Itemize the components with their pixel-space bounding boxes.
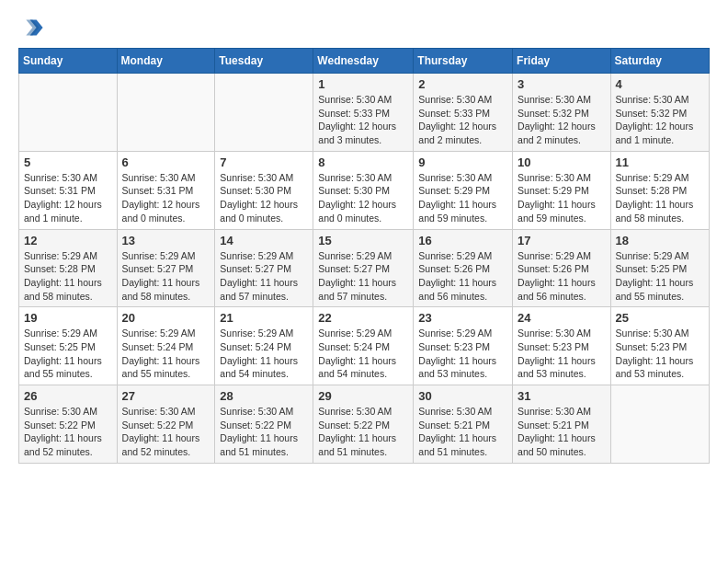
day-header-tuesday: Tuesday [215,49,313,74]
calendar-table: SundayMondayTuesdayWednesdayThursdayFrid… [18,48,710,464]
day-number: 10 [518,155,606,169]
day-cell: 23Sunrise: 5:29 AMSunset: 5:23 PMDayligh… [414,307,513,385]
day-number: 24 [518,311,606,325]
day-number: 8 [318,155,408,169]
day-cell: 15Sunrise: 5:29 AMSunset: 5:27 PMDayligh… [313,229,414,307]
day-info: Sunrise: 5:29 AMSunset: 5:26 PMDaylight:… [418,249,507,304]
day-number: 21 [220,311,308,325]
day-number: 18 [616,234,704,247]
day-cell [19,74,118,152]
day-number: 27 [122,389,210,403]
day-info: Sunrise: 5:30 AMSunset: 5:22 PMDaylight:… [122,405,210,459]
day-cell [215,74,313,152]
day-header-wednesday: Wednesday [313,49,414,74]
day-number: 3 [518,77,606,91]
day-number: 5 [24,155,112,169]
day-info: Sunrise: 5:29 AMSunset: 5:24 PMDaylight:… [220,327,308,381]
day-number: 22 [318,311,408,325]
day-header-friday: Friday [513,49,611,74]
page: SundayMondayTuesdayWednesdayThursdayFrid… [0,0,728,473]
day-cell: 6Sunrise: 5:30 AMSunset: 5:31 PMDaylight… [117,151,215,229]
day-cell: 13Sunrise: 5:29 AMSunset: 5:27 PMDayligh… [117,229,215,307]
day-cell: 9Sunrise: 5:30 AMSunset: 5:29 PMDaylight… [414,151,513,229]
day-cell: 19Sunrise: 5:29 AMSunset: 5:25 PMDayligh… [19,307,118,385]
day-info: Sunrise: 5:29 AMSunset: 5:25 PMDaylight:… [24,327,112,381]
day-number: 30 [418,389,507,403]
day-cell: 1Sunrise: 5:30 AMSunset: 5:33 PMDaylight… [313,74,414,152]
day-info: Sunrise: 5:29 AMSunset: 5:28 PMDaylight:… [616,171,704,225]
week-row-2: 5Sunrise: 5:30 AMSunset: 5:31 PMDaylight… [19,151,710,229]
day-cell: 24Sunrise: 5:30 AMSunset: 5:23 PMDayligh… [513,307,611,385]
week-row-3: 12Sunrise: 5:29 AMSunset: 5:28 PMDayligh… [19,229,710,307]
day-cell: 14Sunrise: 5:29 AMSunset: 5:27 PMDayligh… [215,229,313,307]
week-row-5: 26Sunrise: 5:30 AMSunset: 5:22 PMDayligh… [19,385,710,464]
day-cell: 4Sunrise: 5:30 AMSunset: 5:32 PMDaylight… [610,74,709,152]
day-number: 11 [616,155,704,169]
day-cell: 10Sunrise: 5:30 AMSunset: 5:29 PMDayligh… [513,151,611,229]
day-info: Sunrise: 5:30 AMSunset: 5:31 PMDaylight:… [24,171,112,225]
day-number: 7 [220,155,308,169]
day-info: Sunrise: 5:29 AMSunset: 5:24 PMDaylight:… [122,327,210,381]
day-number: 15 [318,234,408,247]
day-cell: 22Sunrise: 5:29 AMSunset: 5:24 PMDayligh… [313,307,414,385]
day-info: Sunrise: 5:30 AMSunset: 5:32 PMDaylight:… [616,93,704,147]
day-number: 26 [24,389,112,403]
day-info: Sunrise: 5:30 AMSunset: 5:33 PMDaylight:… [418,93,507,147]
day-number: 20 [122,311,210,325]
day-cell: 30Sunrise: 5:30 AMSunset: 5:21 PMDayligh… [414,385,513,464]
day-cell: 17Sunrise: 5:29 AMSunset: 5:26 PMDayligh… [513,229,611,307]
calendar-body: 1Sunrise: 5:30 AMSunset: 5:33 PMDaylight… [19,74,710,464]
day-number: 12 [24,234,112,247]
day-info: Sunrise: 5:29 AMSunset: 5:27 PMDaylight:… [220,249,308,304]
day-cell: 5Sunrise: 5:30 AMSunset: 5:31 PMDaylight… [19,151,118,229]
day-cell [610,385,709,464]
day-cell: 3Sunrise: 5:30 AMSunset: 5:32 PMDaylight… [513,74,611,152]
day-cell: 16Sunrise: 5:29 AMSunset: 5:26 PMDayligh… [414,229,513,307]
day-number: 19 [24,311,112,325]
day-number: 9 [418,155,507,169]
week-row-1: 1Sunrise: 5:30 AMSunset: 5:33 PMDaylight… [19,74,710,152]
day-info: Sunrise: 5:29 AMSunset: 5:24 PMDaylight:… [318,327,408,381]
day-info: Sunrise: 5:30 AMSunset: 5:21 PMDaylight:… [518,405,606,459]
day-info: Sunrise: 5:30 AMSunset: 5:22 PMDaylight:… [220,405,308,459]
day-number: 29 [318,389,408,403]
day-info: Sunrise: 5:30 AMSunset: 5:22 PMDaylight:… [318,405,408,459]
day-cell: 7Sunrise: 5:30 AMSunset: 5:30 PMDaylight… [215,151,313,229]
day-info: Sunrise: 5:30 AMSunset: 5:29 PMDaylight:… [418,171,507,225]
day-number: 23 [418,311,507,325]
day-header-thursday: Thursday [414,49,513,74]
day-info: Sunrise: 5:30 AMSunset: 5:30 PMDaylight:… [318,171,408,225]
day-info: Sunrise: 5:30 AMSunset: 5:32 PMDaylight:… [518,93,606,147]
calendar-header: SundayMondayTuesdayWednesdayThursdayFrid… [19,49,710,74]
day-cell: 18Sunrise: 5:29 AMSunset: 5:25 PMDayligh… [610,229,709,307]
day-info: Sunrise: 5:30 AMSunset: 5:21 PMDaylight:… [418,405,507,459]
day-cell [117,74,215,152]
day-cell: 20Sunrise: 5:29 AMSunset: 5:24 PMDayligh… [117,307,215,385]
day-info: Sunrise: 5:30 AMSunset: 5:31 PMDaylight:… [122,171,210,225]
day-info: Sunrise: 5:29 AMSunset: 5:27 PMDaylight:… [318,249,408,304]
day-info: Sunrise: 5:29 AMSunset: 5:27 PMDaylight:… [122,249,210,304]
day-info: Sunrise: 5:29 AMSunset: 5:28 PMDaylight:… [24,249,112,304]
days-header-row: SundayMondayTuesdayWednesdayThursdayFrid… [19,49,710,74]
day-cell: 27Sunrise: 5:30 AMSunset: 5:22 PMDayligh… [117,385,215,464]
day-number: 17 [518,234,606,247]
logo-icon [18,15,44,40]
day-cell: 31Sunrise: 5:30 AMSunset: 5:21 PMDayligh… [513,385,611,464]
header [18,15,710,40]
week-row-4: 19Sunrise: 5:29 AMSunset: 5:25 PMDayligh… [19,307,710,385]
day-number: 4 [616,77,704,91]
day-number: 1 [318,77,408,91]
day-cell: 26Sunrise: 5:30 AMSunset: 5:22 PMDayligh… [19,385,118,464]
day-header-saturday: Saturday [610,49,709,74]
day-info: Sunrise: 5:30 AMSunset: 5:23 PMDaylight:… [616,327,704,381]
day-info: Sunrise: 5:29 AMSunset: 5:25 PMDaylight:… [616,249,704,304]
day-cell: 2Sunrise: 5:30 AMSunset: 5:33 PMDaylight… [414,74,513,152]
day-info: Sunrise: 5:30 AMSunset: 5:33 PMDaylight:… [318,93,408,147]
day-number: 28 [220,389,308,403]
day-info: Sunrise: 5:29 AMSunset: 5:23 PMDaylight:… [418,327,507,381]
logo [18,15,48,40]
day-header-sunday: Sunday [19,49,118,74]
day-info: Sunrise: 5:30 AMSunset: 5:29 PMDaylight:… [518,171,606,225]
day-number: 16 [418,234,507,247]
day-cell: 12Sunrise: 5:29 AMSunset: 5:28 PMDayligh… [19,229,118,307]
